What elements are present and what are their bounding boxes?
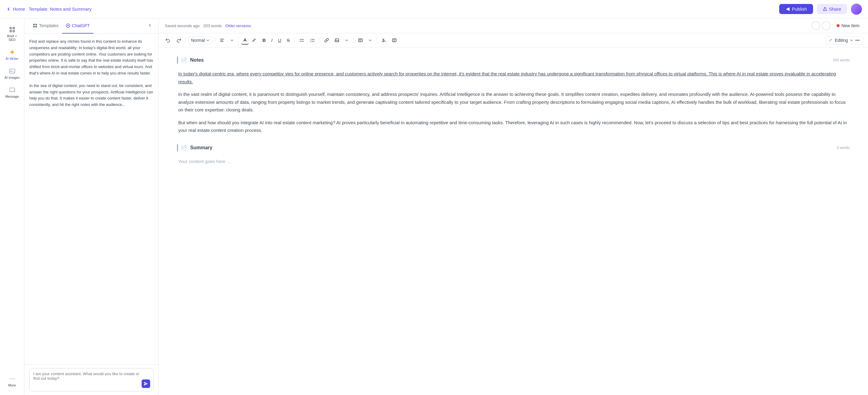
numbered-list-button[interactable]: 1.2. xyxy=(308,36,317,44)
separator-4 xyxy=(294,37,295,43)
image-insert-icon xyxy=(335,38,339,43)
section-bar-2 xyxy=(177,144,178,151)
home-label: Home xyxy=(13,6,25,11)
older-versions-link[interactable]: Older versions xyxy=(225,24,251,28)
more-format-button[interactable] xyxy=(390,36,399,44)
sidebar-item-label: AI Images xyxy=(5,76,20,79)
word-count-topbar: 203 words xyxy=(203,24,222,28)
text-color-button[interactable]: A xyxy=(241,36,249,44)
svg-rect-6 xyxy=(9,69,15,73)
sidebar-item-more[interactable]: More xyxy=(1,372,23,390)
underlined-intro: In today's digital-centric era, where ev… xyxy=(178,71,836,84)
notes-section: 📄 Notes 203 words In today's digital-cen… xyxy=(177,57,850,134)
summary-word-count: 0 words xyxy=(837,146,850,150)
notes-paragraph-2: In the vast realm of digital content, it… xyxy=(178,90,850,114)
chevron-down-small-icon xyxy=(230,38,234,42)
chevron-down-icon xyxy=(206,38,210,42)
tab-templates[interactable]: Templates xyxy=(29,18,62,34)
publish-button[interactable]: Publish xyxy=(779,4,813,14)
panel-area: Templates ChatGPT Find and replace any c… xyxy=(24,18,159,395)
more-options-dots: ••• xyxy=(855,38,860,43)
grid-icon xyxy=(9,26,16,33)
table-dropdown-button[interactable] xyxy=(366,37,374,44)
notes-paragraph-1: In today's digital-centric era, where ev… xyxy=(178,70,850,86)
align-left-icon xyxy=(220,38,225,43)
summary-section: 📄 Summary 0 words Your content goes here… xyxy=(177,144,850,165)
sidebar-item-label: Brief + SEO xyxy=(4,34,21,41)
notes-word-count: 203 words xyxy=(833,58,850,62)
chatgpt-tab-icon xyxy=(66,24,70,28)
underline-button[interactable]: U xyxy=(276,36,283,44)
main-layout: Brief + SEO AI Writer AI Images Message … xyxy=(0,18,868,395)
strikethrough-icon: S xyxy=(287,37,290,43)
sidebar-item-ai-images[interactable]: AI Images xyxy=(1,65,23,83)
separator-5 xyxy=(319,37,319,43)
notes-icon: 📄 xyxy=(181,57,187,63)
svg-rect-4 xyxy=(12,30,15,32)
svg-point-10 xyxy=(13,378,14,379)
chat-input-box xyxy=(29,368,154,391)
new-item-dot xyxy=(837,24,840,27)
summary-section-header: 📄 Summary 0 words xyxy=(177,144,850,153)
bold-button[interactable]: B xyxy=(260,36,268,44)
breadcrumb: Template: Notes and Summary xyxy=(29,6,92,11)
editing-chevron-icon xyxy=(850,38,854,42)
sidebar-item-label: More xyxy=(8,384,16,387)
clear-format-button[interactable] xyxy=(379,36,389,44)
bullet-list-button[interactable] xyxy=(297,36,306,44)
home-button[interactable]: Home xyxy=(6,6,25,11)
redo-button[interactable] xyxy=(174,36,183,44)
underline-icon: U xyxy=(278,37,281,43)
bold-icon: B xyxy=(262,37,266,43)
chat-send-button[interactable] xyxy=(142,379,150,388)
svg-marker-0 xyxy=(786,7,789,11)
editor-content: 📄 Notes 203 words In today's digital-cen… xyxy=(159,47,868,395)
panel-content: Find and replace any clichés found in th… xyxy=(24,34,158,364)
redo-icon xyxy=(176,38,181,43)
bullet-list-icon xyxy=(300,38,304,43)
italic-button[interactable]: I xyxy=(269,36,275,44)
align-down-button[interactable] xyxy=(228,37,236,44)
separator-2 xyxy=(215,37,215,43)
sidebar-item-message[interactable]: Message xyxy=(1,84,23,101)
editor-toolbar: Normal A B I U xyxy=(159,33,868,47)
sidebar-item-ai-writer[interactable]: AI Writer xyxy=(1,46,23,63)
chat-input[interactable] xyxy=(33,371,141,387)
templates-tab-icon xyxy=(33,24,37,28)
svg-rect-14 xyxy=(35,26,37,28)
top-nav: Home Template: Notes and Summary Publish… xyxy=(0,0,868,18)
tab-chatgpt-label: ChatGPT xyxy=(72,23,90,28)
publish-icon xyxy=(785,7,790,11)
saved-status: Saved seconds ago xyxy=(165,24,199,28)
image-dropdown-button[interactable] xyxy=(343,37,351,44)
chat-message-1: Find and replace any clichés found in th… xyxy=(29,38,154,77)
notes-paragraph-3: But when and how should you integrate AI… xyxy=(178,119,850,134)
undo-icon xyxy=(166,38,170,43)
notes-content[interactable]: In today's digital-centric era, where ev… xyxy=(177,70,850,134)
strikethrough-button[interactable]: S xyxy=(285,36,292,44)
format-more-icon xyxy=(392,38,397,43)
highlight-button[interactable] xyxy=(250,36,259,44)
style-select[interactable]: Normal xyxy=(188,36,212,44)
summary-content[interactable]: Your content goes here ... xyxy=(177,157,850,165)
table-button[interactable] xyxy=(356,36,365,44)
editing-mode-button[interactable]: Editing ••• xyxy=(825,36,863,44)
pencil-icon xyxy=(829,38,833,42)
sidebar-item-brief-seo[interactable]: Brief + SEO xyxy=(1,23,23,44)
align-button[interactable] xyxy=(218,36,227,44)
panel-collapse-button[interactable] xyxy=(146,22,154,30)
tab-templates-label: Templates xyxy=(39,23,59,28)
new-item-button[interactable]: New Item xyxy=(834,22,862,29)
share-button[interactable]: Share xyxy=(817,4,847,14)
image-insert-button[interactable] xyxy=(332,36,342,44)
svg-text:2.: 2. xyxy=(310,40,312,42)
chevron-left-icon xyxy=(6,7,11,11)
svg-point-7 xyxy=(10,70,11,71)
tab-chatgpt[interactable]: ChatGPT xyxy=(62,18,93,34)
collapse-icon xyxy=(147,23,152,28)
chat-message-2: In the sea of digital content, you need … xyxy=(29,83,154,108)
link-button[interactable] xyxy=(322,36,331,44)
undo-button[interactable] xyxy=(163,36,173,44)
svg-rect-11 xyxy=(33,24,35,25)
user-avatar[interactable] xyxy=(851,4,862,14)
